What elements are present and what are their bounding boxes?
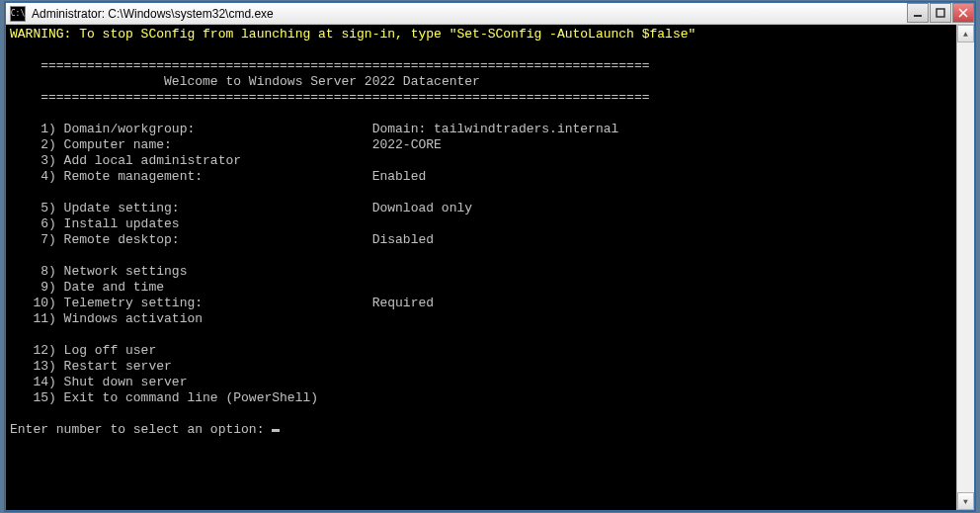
chevron-up-icon: ▲ (963, 30, 968, 39)
console-area: WARNING: To stop SConfig from launching … (6, 25, 974, 510)
welcome-text: Welcome to Windows Server 2022 Datacente… (164, 74, 480, 89)
minimize-icon (913, 8, 923, 18)
divider-bottom: ========================================… (41, 90, 649, 105)
svg-rect-1 (937, 9, 944, 17)
input-prompt: Enter number to select an option: (10, 422, 272, 437)
cmd-icon: C:\ (10, 6, 26, 22)
scroll-up-button[interactable]: ▲ (957, 25, 974, 43)
window-title: Administrator: C:\Windows\system32\cmd.e… (30, 7, 906, 21)
close-button[interactable] (952, 3, 974, 23)
window-controls (906, 3, 974, 24)
cmd-window: C:\ Administrator: C:\Windows\system32\c… (5, 2, 975, 511)
console-output[interactable]: WARNING: To stop SConfig from launching … (6, 25, 956, 510)
chevron-down-icon: ▼ (963, 497, 968, 506)
maximize-icon (936, 8, 945, 18)
scroll-down-button[interactable]: ▼ (957, 492, 974, 510)
minimize-button[interactable] (907, 3, 929, 23)
svg-rect-0 (914, 15, 922, 17)
maximize-button[interactable] (930, 3, 951, 23)
divider-top: ========================================… (41, 58, 649, 73)
cursor[interactable] (272, 429, 280, 432)
close-icon (958, 8, 968, 18)
menu-list: 1) Domain/workgroup: Domain: tailwindtra… (10, 122, 618, 405)
scroll-track[interactable] (957, 43, 974, 492)
vertical-scrollbar[interactable]: ▲ ▼ (956, 25, 974, 510)
warning-line: WARNING: To stop SConfig from launching … (10, 27, 695, 42)
welcome-indent (10, 74, 164, 89)
titlebar[interactable]: C:\ Administrator: C:\Windows\system32\c… (6, 3, 974, 25)
